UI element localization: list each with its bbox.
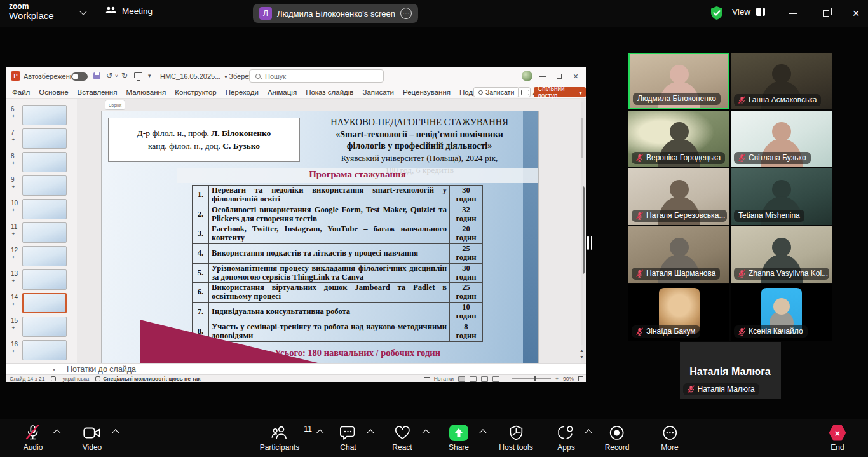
slide[interactable]: Д-р філол. н., проф. Л. Білоконенко канд… <box>102 111 538 363</box>
save-icon[interactable] <box>93 72 100 79</box>
slide-thumbnail-image[interactable] <box>22 128 67 149</box>
slide-thumbnail[interactable]: 9 ✦ <box>6 174 77 198</box>
participants-button[interactable]: Participants 11 <box>260 424 300 452</box>
tab-shared-screen[interactable]: Л Людмила Білоконенко's screen ⋯ <box>253 4 418 23</box>
normal-view-button[interactable] <box>458 376 465 382</box>
slide-thumbnail[interactable]: 16 ✦ <box>6 339 77 362</box>
share-button[interactable]: Share <box>449 424 469 452</box>
accessibility-status[interactable]: Спеціальні можливості: щось не так <box>95 376 200 382</box>
participant-tile[interactable]: Zhanna Vasylivna Kol... Zhanna Vasylivna… <box>731 226 832 283</box>
slide-thumbnail[interactable]: 6 ✦ <box>6 104 77 127</box>
copilot-button[interactable]: Copilot <box>105 100 125 110</box>
scrollbar-thumb[interactable] <box>581 118 583 158</box>
close-button[interactable]: × <box>845 0 867 27</box>
undo-icon[interactable]: ↺ <box>106 71 112 80</box>
participant-tile[interactable]: Людмила Білоконенко Людмила Білоконенко <box>628 53 729 109</box>
ppt-menu-item[interactable]: Файл <box>12 88 30 96</box>
ppt-menu-item[interactable]: Записати <box>362 88 394 96</box>
slide-thumbnail-image[interactable] <box>22 340 67 360</box>
apps-button[interactable]: Apps <box>557 424 574 452</box>
slideshow-view-button[interactable] <box>492 376 499 382</box>
slide-thumbnail-image[interactable] <box>22 269 67 290</box>
reading-view-button[interactable] <box>481 376 488 382</box>
react-options-chevron[interactable] <box>423 429 430 436</box>
chat-options-chevron[interactable] <box>367 429 374 436</box>
minimize-button[interactable] <box>782 0 804 27</box>
slide-thumbnail-image[interactable] <box>22 152 67 172</box>
slide-thumbnail-image[interactable] <box>22 222 67 243</box>
search-input[interactable]: Пошук <box>249 69 384 83</box>
restore-button[interactable] <box>815 0 837 27</box>
slide-thumbnail[interactable]: 15 ✦ <box>6 315 77 339</box>
undo-caret-icon[interactable]: ˅ <box>115 73 118 79</box>
language-indicator[interactable]: українська <box>62 376 89 382</box>
video-button[interactable]: Video <box>83 424 102 452</box>
ppt-menu-item[interactable]: Основне <box>39 88 68 96</box>
ppt-menu-item[interactable]: Рецензування <box>403 88 451 96</box>
apps-options-chevron[interactable] <box>585 429 592 436</box>
ppt-share-button[interactable]: Спільний доступ ▾ <box>534 87 586 97</box>
next-slide-icon[interactable]: ▼ <box>580 355 584 359</box>
zoom-slider-knob[interactable] <box>534 376 536 381</box>
slide-thumbnail-image[interactable] <box>22 317 67 337</box>
tab-meeting[interactable]: Meeting <box>105 6 153 16</box>
share-options-chevron[interactable] <box>479 429 486 436</box>
display-settings-icon[interactable] <box>51 376 56 381</box>
previous-slide-icon[interactable]: ▲ <box>580 348 584 353</box>
slide-thumbnail[interactable]: 12 ✦ <box>6 245 77 268</box>
slide-thumbnail[interactable]: 8 ✦ <box>6 151 77 174</box>
slide-thumbnail[interactable]: 13 ✦ <box>6 268 77 292</box>
ppt-menu-item[interactable]: Конструктор <box>175 88 217 96</box>
notes-collapse-icon[interactable]: ▾ <box>53 367 55 372</box>
ppt-menu-item[interactable]: Показ слайдів <box>306 88 353 96</box>
slide-thumbnail[interactable]: 7 ✦ <box>6 127 77 151</box>
slide-thumbnail[interactable]: 14 ✦ <box>6 292 77 315</box>
quick-access-caret-icon[interactable]: ▾ <box>148 72 151 79</box>
more-button[interactable]: More <box>661 424 678 452</box>
slide-thumbnail-image[interactable] <box>22 246 67 266</box>
participant-tile[interactable]: Наталія Малюга Наталія Малюга <box>680 342 781 399</box>
fit-to-window-icon[interactable] <box>578 376 583 381</box>
video-options-chevron[interactable] <box>112 429 119 436</box>
end-meeting-button[interactable]: × End <box>829 424 846 452</box>
tab-options-icon[interactable]: ⋯ <box>400 8 412 19</box>
security-shield-icon[interactable] <box>710 6 724 20</box>
notes-toggle-icon[interactable] <box>424 377 430 381</box>
zoom-level[interactable]: 90% <box>563 376 574 382</box>
participant-tile[interactable]: Наталя Березовська... Наталя Березовська… <box>628 168 729 225</box>
slide-thumbnail-image[interactable] <box>22 199 67 219</box>
chat-button[interactable]: Chat <box>340 424 356 452</box>
slide-thumbnail-image[interactable] <box>22 105 67 125</box>
slide-thumbnail-image[interactable] <box>22 293 67 313</box>
record-presentation-button[interactable]: Записати <box>473 87 519 97</box>
autosave-toggle[interactable] <box>71 72 88 81</box>
ppt-menu-item[interactable]: Анімація <box>268 88 297 96</box>
participant-tile[interactable]: Світлана Бузько Світлана Бузько <box>731 111 832 167</box>
zoom-in-icon[interactable]: + <box>555 376 559 382</box>
participant-tile[interactable]: Ганна Асмаковська Ганна Асмаковська <box>731 53 832 109</box>
host-tools-button[interactable]: Host tools <box>499 424 532 452</box>
zoom-slider[interactable] <box>512 378 551 379</box>
comments-button[interactable] <box>518 87 531 97</box>
slide-thumbnail[interactable]: 11 ✦ <box>6 221 77 245</box>
slide-thumbnail[interactable]: 10 ✦ <box>6 198 77 221</box>
editor-scrollbar[interactable]: ▲ ▼ <box>580 102 585 359</box>
participant-tile[interactable]: Зінаїда Бакум Зінаїда Бакум <box>628 284 729 341</box>
ppt-menu-item[interactable]: Переходи <box>226 88 259 96</box>
participants-options-chevron[interactable] <box>316 429 323 436</box>
record-button[interactable]: Record <box>605 424 630 452</box>
notes-pane[interactable]: ▾ Нотатки до слайда <box>6 363 586 374</box>
participant-tile[interactable]: Наталя Шарманова Наталя Шарманова <box>628 226 729 283</box>
present-from-beginning-icon[interactable] <box>134 72 142 78</box>
audio-button[interactable]: Audio <box>24 424 43 452</box>
panel-resize-handle[interactable] <box>587 236 592 250</box>
redo-icon[interactable]: ↻ <box>121 71 128 80</box>
participant-tile[interactable]: Вероніка Городецька Вероніка Городецька <box>628 111 729 167</box>
account-avatar[interactable] <box>522 71 532 81</box>
ppt-close-button[interactable]: × <box>567 67 584 86</box>
participant-tile[interactable]: Tetiana Mishenina Tetiana Mishenina <box>731 168 832 225</box>
ppt-restore-button[interactable] <box>551 67 567 86</box>
view-button[interactable]: View <box>732 7 765 17</box>
audio-options-chevron[interactable] <box>53 429 60 436</box>
react-button[interactable]: React <box>392 424 412 452</box>
